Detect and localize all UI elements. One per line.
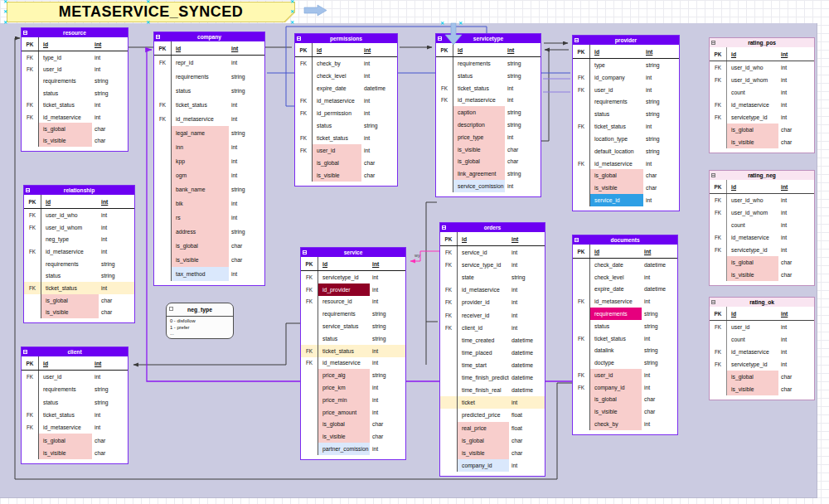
table-row[interactable]: FKticket_statusint	[154, 98, 264, 112]
table-permissions[interactable]: permissionsPKidintFKcheck_byintcheck_lev…	[294, 33, 398, 187]
table-row[interactable]: requirementsstring	[436, 57, 541, 70]
table-row[interactable]: neg_typeint	[24, 233, 134, 245]
table-row[interactable]: FKresource_idint	[301, 296, 405, 308]
table-row[interactable]: FKprovider_idint	[440, 296, 545, 308]
table-row[interactable]: FKuser_id_whomint	[710, 74, 814, 86]
table-row[interactable]: price_algstring	[301, 369, 405, 381]
table-row[interactable]: PKidint	[573, 45, 679, 59]
table-row[interactable]: FKrepr_idint	[154, 56, 264, 70]
table-header[interactable]: rating_ok	[710, 298, 814, 307]
table-row[interactable]: is_globalchar	[573, 169, 679, 182]
table-row[interactable]: is_visiblechar	[22, 135, 128, 147]
collapse-icon[interactable]	[711, 173, 715, 177]
table-row[interactable]: statusstring	[295, 119, 397, 132]
table-row[interactable]: PKidint	[24, 195, 134, 209]
table-row[interactable]: FKcompany_idint	[573, 381, 677, 394]
table-resource[interactable]: resourcePKidintFKtype_idintFKuser_idintr…	[21, 27, 128, 152]
table-row[interactable]: price_minint	[301, 394, 405, 406]
table-row[interactable]: PKidint	[154, 41, 264, 56]
table-row[interactable]: FKuser_idint	[295, 144, 397, 157]
table-servicetype[interactable]: servicetypePKidintrequirementsstringstat…	[435, 33, 541, 197]
table-row[interactable]: PKidint	[710, 180, 814, 194]
table-row[interactable]: requirementsstring	[573, 308, 677, 320]
table-row[interactable]: FKticket_statusint	[295, 132, 397, 144]
table-row[interactable]: FKuser_idint	[573, 84, 679, 96]
table-row[interactable]: service_comissionint	[436, 180, 541, 192]
table-row[interactable]: is_globalchar	[710, 371, 814, 383]
table-row[interactable]: time_finish_realdatetime	[440, 384, 545, 396]
table-row[interactable]: is_globalchar	[154, 239, 264, 253]
table-row[interactable]: default_locationstring	[573, 145, 679, 158]
table-row[interactable]: is_visiblechar	[710, 269, 814, 281]
table-row[interactable]: FKservice_type_idint	[440, 259, 545, 271]
selection-handle[interactable]: ✕	[440, 21, 444, 26]
table-row[interactable]: datalinkstring	[573, 344, 677, 356]
table-row[interactable]: is_globalchar	[436, 156, 541, 168]
table-row[interactable]: FKservicetype_idint	[301, 271, 405, 284]
table-row[interactable]: FKid_companyint	[573, 71, 679, 84]
table-row[interactable]: FKuser_id_whoint	[710, 194, 814, 206]
table-row[interactable]: is_globalchar	[22, 123, 128, 134]
table-header[interactable]: documents	[573, 235, 677, 245]
table-row[interactable]: descriptionstring	[436, 119, 541, 131]
table-row[interactable]: FKticket_statusint	[573, 120, 679, 133]
table-header[interactable]: rating_neg	[710, 171, 814, 180]
table-row[interactable]: is_visiblechar	[301, 430, 405, 443]
table-header[interactable]: company	[154, 32, 264, 41]
selection-handle[interactable]: ✕	[3, 9, 7, 14]
collapse-icon[interactable]	[574, 38, 579, 42]
table-row[interactable]: is_globalchar	[710, 124, 814, 136]
table-header[interactable]: service	[301, 248, 405, 257]
table-row[interactable]: tax_methodint	[154, 267, 264, 281]
table-header[interactable]: resource	[22, 28, 128, 37]
table-row[interactable]: FKid_metaserviceint	[154, 112, 264, 126]
table-row[interactable]: service_idint	[573, 194, 679, 206]
table-row[interactable]: requirementsstring	[22, 75, 128, 87]
table-row[interactable]: FKservicetype_idint	[710, 244, 814, 256]
table-header[interactable]: servicetype	[436, 34, 541, 43]
table-row[interactable]: time_startdatetime	[440, 359, 545, 371]
table-row[interactable]: price_typeint	[436, 131, 541, 143]
table-row[interactable]: ogmint	[154, 168, 264, 182]
table-row[interactable]: real_pricefloat	[440, 422, 545, 434]
table-row[interactable]: PKidint	[22, 37, 128, 51]
table-row[interactable]: FKid_metaserviceint	[573, 295, 677, 308]
table-row[interactable]: FKticket_statusint	[22, 99, 128, 111]
table-rating_neg[interactable]: rating_negPKidintFKuser_id_whointFKuser_…	[709, 170, 815, 286]
table-row[interactable]: statusstring	[573, 108, 679, 120]
selection-handle[interactable]: ✕	[3, 20, 7, 25]
table-row[interactable]: FKservicetype_idint	[710, 111, 814, 124]
table-row[interactable]: statusstring	[301, 332, 405, 345]
table-row[interactable]: legal_namestring	[154, 126, 264, 140]
table-row[interactable]: check_byint	[573, 418, 677, 430]
table-row[interactable]: PKidint	[573, 245, 677, 259]
table-row[interactable]: is_visiblechar	[573, 182, 679, 194]
table-provider[interactable]: providerPKidinttypestringFKid_companyint…	[572, 35, 680, 211]
table-row[interactable]: PKidint	[295, 43, 397, 57]
table-row[interactable]: is_globalchar	[24, 294, 134, 307]
table-row[interactable]: is_visiblechar	[154, 253, 264, 267]
table-row[interactable]: requirementsstring	[573, 95, 679, 108]
table-row[interactable]: is_visiblechar	[295, 169, 397, 182]
table-row[interactable]: FKuser_id_whomint	[710, 206, 814, 219]
table-row[interactable]: FKuser_id_whomint	[24, 221, 134, 234]
table-row[interactable]: FKid_metaserviceint	[573, 158, 679, 170]
table-row[interactable]: price_amountint	[301, 406, 405, 419]
table-row[interactable]: time_placeddatetime	[440, 346, 545, 359]
table-row[interactable]: is_visiblechar	[436, 143, 541, 156]
table-row[interactable]: statusstring	[573, 320, 677, 332]
table-row[interactable]: statusstring	[22, 87, 128, 99]
table-rating_ok[interactable]: rating_okPKidintFKuser_idintcountintFKid…	[709, 297, 815, 400]
table-row[interactable]: check_levelint	[573, 271, 677, 284]
table-row[interactable]: is_globalchar	[440, 434, 545, 447]
table-row[interactable]: FKid_metaserviceint	[710, 346, 814, 358]
table-row[interactable]: requirementsstring	[301, 308, 405, 320]
table-row[interactable]: time_finish_predicteddatetime	[440, 371, 545, 384]
table-header[interactable]: orders	[440, 223, 545, 232]
table-row[interactable]: is_visiblechar	[440, 447, 545, 459]
table-row[interactable]: is_visiblechar	[22, 447, 128, 459]
table-row[interactable]: is_visiblechar	[710, 383, 814, 395]
table-row[interactable]: PKidint	[440, 232, 545, 246]
table-row[interactable]: countint	[710, 86, 814, 99]
diagram-title-note[interactable]: METASERVICE_SYNCED	[7, 2, 295, 22]
